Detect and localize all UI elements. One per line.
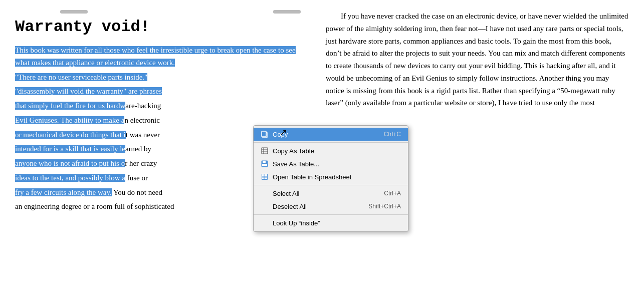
menu-select-all-label: Select All bbox=[273, 190, 299, 197]
menu-item-save-as-table[interactable]: Save As Table... bbox=[254, 157, 408, 170]
menu-item-lookup[interactable]: Look Up “inside” bbox=[254, 216, 408, 229]
text-p5b-end: fuse or bbox=[125, 174, 148, 182]
svg-rect-8 bbox=[262, 164, 267, 166]
selected-text-p4a: that simply fuel the fire for us hardw bbox=[15, 102, 125, 110]
page-container: Warranty void! This book was written for… bbox=[0, 0, 644, 297]
menu-separator-1 bbox=[254, 142, 408, 143]
copy-icon bbox=[261, 130, 269, 138]
selected-text-p4b: Evil Geniuses. The ability to make a bbox=[15, 116, 124, 124]
text-p4a-end: are-hacking bbox=[125, 102, 161, 110]
selected-text-p2b: nside." bbox=[127, 73, 148, 81]
selected-text-p5a: anyone who is not afraid to put his o bbox=[15, 159, 125, 167]
selected-text-p3b: are phrases bbox=[126, 87, 162, 95]
selected-text-p2: "There are no user serviceable parts i bbox=[15, 73, 127, 81]
menu-copy-table-label: Copy As Table bbox=[273, 147, 314, 155]
selected-text-p3: "disassembly will void the warranty" bbox=[15, 87, 126, 95]
text-p4d-end: arned by bbox=[125, 145, 151, 153]
lookup-icon bbox=[261, 219, 269, 227]
right-paragraph: If you have never cracked the case on an… bbox=[326, 10, 629, 109]
left-column: Warranty void! This book was written for… bbox=[15, 10, 306, 287]
menu-separator-2 bbox=[254, 185, 408, 185]
menu-lookup-label: Look Up “inside” bbox=[273, 219, 320, 227]
selected-text-p4d: intended for is a skill that is easily l… bbox=[15, 145, 125, 153]
text-p5a-end: r her crazy bbox=[125, 159, 157, 167]
svg-rect-7 bbox=[263, 161, 266, 163]
menu-item-select-all[interactable]: Select All Ctrl+A bbox=[254, 187, 408, 200]
cursor-arrow: ↗ bbox=[280, 127, 287, 138]
menu-item-open-spreadsheet[interactable]: Open Table in Spreadsheet bbox=[254, 170, 408, 183]
menu-deselect-all-shortcut: Shift+Ctrl+A bbox=[368, 203, 401, 210]
svg-rect-2 bbox=[262, 148, 268, 154]
menu-save-table-label: Save As Table... bbox=[273, 160, 319, 168]
text-p4b-end: n electronic bbox=[124, 116, 159, 124]
menu-item-copy-as-table[interactable]: Copy As Table bbox=[254, 144, 408, 157]
menu-select-all-shortcut: Ctrl+A bbox=[384, 190, 401, 197]
save-table-icon bbox=[261, 160, 269, 168]
text-p4c-end: t was never bbox=[126, 131, 160, 139]
text-p5c-normal: You do not need bbox=[112, 188, 162, 196]
selected-text-p4c: or mechanical device do things that i bbox=[15, 131, 126, 139]
menu-separator-3 bbox=[254, 214, 408, 215]
svg-rect-10 bbox=[262, 174, 267, 179]
context-menu: Copy ↗ Ctrl+C Copy As Table bbox=[253, 125, 408, 232]
svg-rect-1 bbox=[262, 131, 266, 137]
menu-copy-shortcut: Ctrl+C bbox=[384, 131, 401, 138]
menu-item-copy[interactable]: Copy ↗ Ctrl+C bbox=[254, 128, 408, 141]
selected-text-p1: This book was written for all those who … bbox=[15, 46, 296, 67]
right-text: If you have never cracked the case on an… bbox=[326, 10, 629, 109]
deselect-all-icon bbox=[261, 202, 269, 210]
copy-table-icon bbox=[261, 147, 269, 155]
menu-deselect-all-label: Deselect All bbox=[273, 203, 307, 210]
scrollbar-indicator-2 bbox=[273, 10, 301, 14]
selected-text-p5c: fry a few circuits along the way. bbox=[15, 188, 112, 196]
spreadsheet-icon bbox=[261, 173, 269, 181]
menu-open-spreadsheet-label: Open Table in Spreadsheet bbox=[273, 173, 351, 181]
select-all-icon bbox=[261, 189, 269, 197]
selected-text-p5b: ideas to the test, and possibly blow a bbox=[15, 174, 125, 182]
scrollbar-indicator-1 bbox=[60, 10, 88, 14]
menu-item-deselect-all[interactable]: Deselect All Shift+Ctrl+A bbox=[254, 200, 408, 213]
page-title: Warranty void! bbox=[15, 18, 306, 36]
